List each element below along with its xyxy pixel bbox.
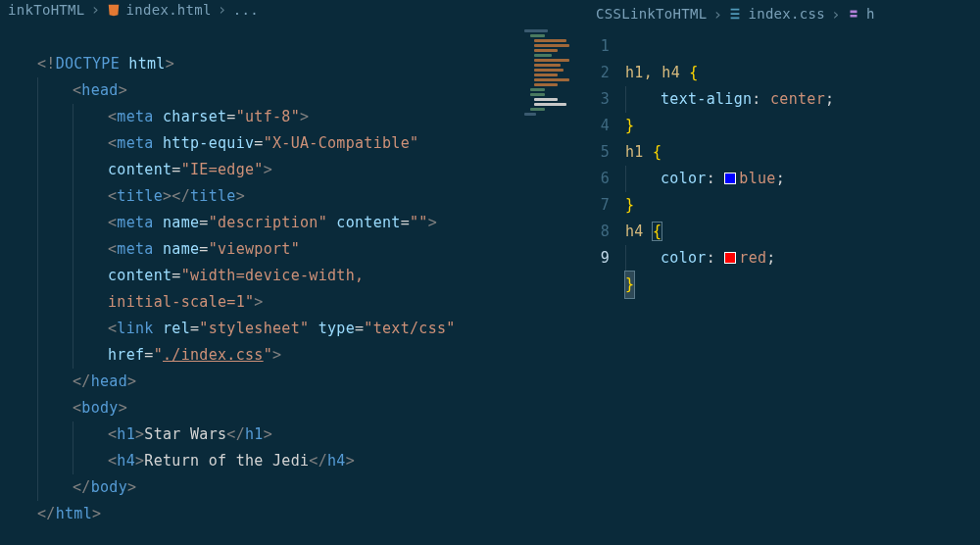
breadcrumb-right[interactable]: CSSLinkToHTML › index.css › h bbox=[588, 0, 980, 27]
code-editor-right[interactable]: 1 2 3 4 5 6 7 8 9 h1, h4 { text-align: c… bbox=[588, 27, 980, 545]
css-file-icon bbox=[728, 7, 742, 21]
css-href-link[interactable]: ./index.css bbox=[163, 346, 264, 364]
chevron-right-icon: › bbox=[218, 0, 227, 19]
code-editor-left[interactable]: <!DOCTYPE html> <head> <meta charset="ut… bbox=[0, 19, 587, 545]
brace: { bbox=[653, 143, 662, 161]
css-prop: color bbox=[661, 170, 707, 187]
brace: } bbox=[625, 117, 634, 134]
color-swatch-blue-icon bbox=[724, 173, 736, 184]
line-number: 3 bbox=[588, 86, 610, 113]
selector: h1 bbox=[625, 143, 653, 161]
selector: h1, h4 bbox=[625, 64, 689, 81]
breadcrumb-symbol[interactable]: h bbox=[866, 6, 875, 22]
breadcrumb-file[interactable]: index.css bbox=[748, 6, 825, 22]
breadcrumb-folder[interactable]: inkToHTML bbox=[8, 2, 85, 18]
editor-pane-left: inkToHTML › index.html › ... <!DOCTYPE h… bbox=[0, 0, 588, 545]
brace: } bbox=[625, 196, 634, 214]
editor-pane-right: CSSLinkToHTML › index.css › h 1 2 3 4 5 … bbox=[588, 0, 980, 545]
breadcrumb-folder[interactable]: CSSLinkToHTML bbox=[596, 6, 707, 22]
h1-text: Star Wars bbox=[144, 425, 226, 443]
css-value: red bbox=[739, 249, 766, 267]
line-number: 1 bbox=[588, 33, 610, 60]
brace: { bbox=[689, 64, 698, 81]
brace-cursor: } bbox=[625, 272, 634, 298]
breadcrumb-more[interactable]: ... bbox=[233, 2, 259, 18]
minimap-left[interactable] bbox=[524, 29, 583, 206]
chevron-right-icon: › bbox=[712, 5, 722, 24]
html-file-icon bbox=[107, 3, 121, 17]
h4-text: Return of the Jedi bbox=[144, 452, 309, 470]
gutter-right: 1 2 3 4 5 6 7 8 9 bbox=[588, 33, 625, 545]
selector: h4 bbox=[625, 223, 653, 240]
code-content-left[interactable]: <!DOCTYPE html> <head> <meta charset="ut… bbox=[37, 25, 587, 545]
css-value: blue bbox=[739, 170, 775, 187]
gutter-left bbox=[0, 25, 37, 545]
line-number: 2 bbox=[588, 60, 610, 86]
line-number: 5 bbox=[588, 139, 610, 166]
line-number: 4 bbox=[588, 113, 610, 139]
color-swatch-red-icon bbox=[724, 252, 736, 264]
symbol-icon bbox=[847, 7, 860, 21]
chevron-right-icon: › bbox=[91, 0, 101, 19]
line-number: 6 bbox=[588, 166, 610, 192]
line-number: 8 bbox=[588, 219, 610, 245]
css-value: center bbox=[770, 90, 825, 108]
breadcrumb-file[interactable]: index.html bbox=[126, 2, 212, 18]
css-prop: text-align bbox=[661, 90, 752, 108]
line-number: 7 bbox=[588, 192, 610, 219]
brace: { bbox=[653, 223, 662, 240]
breadcrumb-left[interactable]: inkToHTML › index.html › ... bbox=[0, 0, 587, 19]
line-number: 9 bbox=[588, 245, 610, 272]
chevron-right-icon: › bbox=[831, 5, 841, 24]
code-content-right[interactable]: h1, h4 { text-align: center; } h1 { colo… bbox=[625, 33, 980, 545]
css-prop: color bbox=[661, 249, 707, 267]
